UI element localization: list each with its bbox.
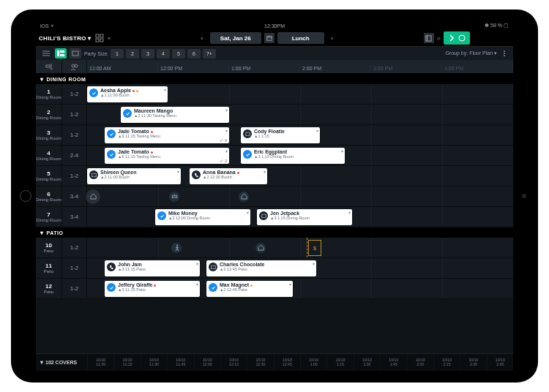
cover-slot[interactable]: 10/1012:30: [247, 354, 273, 371]
shift-selector[interactable]: Lunch: [277, 32, 324, 44]
caret-down-icon[interactable]: ▾: [177, 169, 179, 174]
reservation-card[interactable]: John Jam▲3 11:15 Patio▾: [105, 260, 200, 276]
table-cell[interactable]: 3Dining Room: [36, 125, 62, 145]
svg-rect-1: [100, 34, 103, 37]
cover-slot[interactable]: 10/1011:15: [113, 354, 140, 371]
table-cell[interactable]: 6Dining Room: [36, 186, 62, 206]
prev-date-button[interactable]: ‹: [197, 32, 207, 44]
caret-down-icon[interactable]: ▾: [348, 210, 351, 215]
reservation-card[interactable]: Aesha Apple▲1 11:00 Booth▾: [87, 86, 168, 102]
reservation-card[interactable]: Max Magnet▲2 12:45 Patio▾: [206, 281, 293, 297]
reservation-card[interactable]: Jade Tomato▲6 11:15 Tasting Menu▾⤢ 4: [105, 127, 229, 143]
gold-marker-line: [307, 238, 307, 257]
caret-down-icon[interactable]: ▾: [225, 148, 228, 154]
restaurant-selector[interactable]: CHILI'S BISTRO ▾: [39, 35, 92, 42]
table-row: 11Patio1-2John Jam▲3 11:15 Patio▾Charles…: [36, 258, 513, 279]
party-size-6[interactable]: 6: [187, 49, 201, 59]
table-cell[interactable]: 4Dining Room: [36, 146, 62, 165]
table-cell[interactable]: 11Patio: [36, 258, 62, 278]
group-by-selector[interactable]: Group by: Floor Plan ▾: [445, 50, 497, 56]
walk-icon[interactable]: [171, 243, 182, 253]
cover-slot[interactable]: 10/1011:45: [167, 354, 193, 371]
cover-slot[interactable]: 10/1012:15: [220, 354, 247, 371]
section-toggle-icon[interactable]: [40, 76, 44, 83]
cover-slot[interactable]: 10/1012:00: [194, 354, 220, 371]
cover-slot[interactable]: 10/101:15: [326, 354, 353, 371]
reservation-card[interactable]: Shireen Queen▲2 11:00 Booth▾: [87, 168, 181, 184]
caret-down-icon[interactable]: ▾: [196, 282, 198, 287]
more-menu-icon[interactable]: [500, 50, 509, 56]
grid-view-icon[interactable]: [94, 33, 105, 43]
caret-down-icon[interactable]: ▾: [225, 128, 228, 133]
party-size-7+[interactable]: 7+: [203, 49, 216, 59]
caret-down-icon[interactable]: ▾: [164, 87, 166, 92]
cover-slot[interactable]: 10/102:30: [460, 354, 486, 371]
svg-point-8: [459, 35, 465, 41]
caret-down-icon[interactable]: ▾: [196, 261, 198, 266]
cover-slot[interactable]: 10/101:30: [354, 354, 380, 371]
caret-down-icon[interactable]: ▾: [225, 108, 228, 113]
capacity-cell: 1-2: [62, 84, 87, 104]
cover-slot[interactable]: 10/102:15: [433, 354, 460, 371]
covers-total[interactable]: 102 COVERS: [36, 354, 87, 371]
cover-slot[interactable]: 10/102:45: [487, 354, 513, 371]
party-size-4[interactable]: 4: [157, 49, 170, 59]
guests-column-icon[interactable]: [62, 61, 87, 73]
reservation-meta: ▲6 11:15 Tasting Menu: [118, 135, 160, 139]
date-selector[interactable]: Sat, Jan 26: [210, 32, 261, 44]
reservation-card[interactable]: Anna Banana▲2 12:30 Booth▾: [190, 168, 267, 184]
reservation-name: Max Magnet: [220, 282, 253, 287]
next-date-button[interactable]: ›: [327, 32, 337, 44]
cover-slot[interactable]: 10/101:00: [300, 354, 326, 371]
cover-slot[interactable]: 10/1011:00: [87, 354, 113, 371]
party-size-3[interactable]: 3: [141, 49, 154, 59]
revenue-marker[interactable]: $: [308, 240, 321, 256]
svg-rect-0: [96, 34, 99, 37]
reservation-card[interactable]: Mike Money▲2 12:00 Dining Room▾: [155, 209, 250, 225]
home-icon[interactable]: [239, 192, 249, 202]
crown-icon[interactable]: [169, 192, 179, 202]
reservation-card[interactable]: Maureen Mango▲2 11:30 Tasting Menu▾: [121, 107, 229, 123]
book-icon[interactable]: [424, 33, 434, 43]
reservation-card[interactable]: Jeffery Giraffe▲3 11:15 Patio▾: [105, 281, 200, 297]
section-toggle-icon[interactable]: [40, 230, 44, 236]
capacity-cell: 1-2: [62, 105, 87, 124]
table-cell[interactable]: 7Dining Room: [36, 207, 62, 227]
table-column-icon[interactable]: [36, 61, 62, 73]
reservation-card[interactable]: Cody Floatie▲1 1:15▾: [241, 127, 320, 143]
cover-slot[interactable]: 10/102:00: [407, 354, 433, 371]
table-cell[interactable]: 10Patio: [36, 238, 62, 257]
home-icon[interactable]: [255, 243, 266, 253]
reservation-card[interactable]: Charles Chocolate▲2 12:45 Patio▾: [206, 260, 316, 276]
table-cell[interactable]: 1Dining Room: [36, 84, 62, 104]
reservation-card[interactable]: Jen Jetpack▲3 1:15 Dining Room▾: [257, 209, 352, 225]
timeline-view-icon[interactable]: [55, 48, 67, 59]
cover-slot[interactable]: 10/101:45: [380, 354, 406, 371]
list-view-icon[interactable]: [40, 48, 52, 59]
party-size-2[interactable]: 2: [126, 49, 139, 59]
table-cell[interactable]: 5Dining Room: [36, 166, 62, 186]
reservation-card[interactable]: Jade Tomato▲6 11:15 Tasting Menu▾⤢ 3: [105, 148, 229, 164]
reservation-card[interactable]: Eric Eggplant▲3 1:15 Dining Room▾: [241, 148, 345, 164]
svg-rect-4: [266, 37, 271, 41]
reservation-meta: ▲2 12:30 Booth: [203, 176, 239, 180]
table-cell[interactable]: 2Dining Room: [36, 105, 62, 124]
svg-rect-15: [72, 51, 78, 56]
cover-slot[interactable]: 10/1012:45: [274, 354, 300, 371]
party-size-1[interactable]: 1: [111, 49, 124, 59]
caret-down-icon[interactable]: ▾: [313, 261, 315, 266]
caret-down-icon[interactable]: ▾: [264, 169, 266, 174]
calendar-icon[interactable]: [264, 33, 274, 43]
table-cell[interactable]: 12Patio: [36, 279, 62, 298]
floorplan-view-icon[interactable]: [70, 48, 81, 59]
home-circle-icon[interactable]: [86, 189, 100, 204]
action-button[interactable]: [444, 31, 470, 45]
table-row: 2Dining Room1-2Maureen Mango▲2 11:30 Tas…: [36, 105, 513, 125]
status-badge-icon: [243, 129, 252, 138]
caret-down-icon[interactable]: ▾: [289, 282, 291, 287]
cover-slot[interactable]: 10/1011:30: [141, 354, 167, 371]
caret-down-icon[interactable]: ▾: [247, 210, 249, 215]
caret-down-icon[interactable]: ▾: [316, 128, 318, 133]
party-size-5[interactable]: 5: [172, 49, 185, 59]
caret-down-icon[interactable]: ▾: [341, 148, 343, 154]
